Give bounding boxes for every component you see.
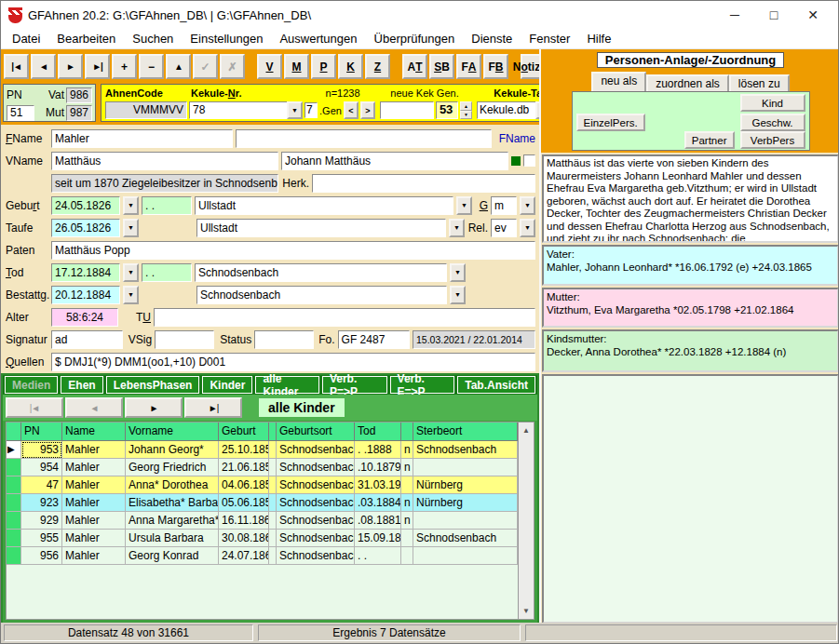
vname2-input[interactable]: Johann Matthäus	[281, 152, 508, 170]
mutter-panel[interactable]: Mutter: Vitzthum, Eva Margaretha *02.05.…	[542, 288, 839, 328]
menu-bearbeiten[interactable]: Bearbeiten	[48, 30, 124, 47]
bestattg-date-input[interactable]: 20.12.1884	[51, 286, 120, 304]
verbpers-button[interactable]: VerbPers	[740, 131, 805, 149]
tab-lebensphasen[interactable]: LebensPhasen	[106, 376, 200, 394]
tab-loesen-zu[interactable]: lösen zu	[729, 74, 790, 91]
dropdown-icon[interactable]	[520, 196, 535, 215]
tod-date-input[interactable]: 17.12.1884	[51, 263, 120, 282]
tab-ehen[interactable]: Ehen	[61, 376, 102, 394]
fo-input[interactable]: GF 2487	[338, 330, 410, 349]
geburt-alt-date[interactable]: . .	[142, 196, 192, 215]
table-row[interactable]: ▶ 953 Mahler Johann Georg* 25.10.1851 Sc…	[7, 441, 518, 459]
dropdown-icon[interactable]	[123, 286, 139, 304]
fname-input[interactable]: Mahler	[51, 129, 233, 148]
signatur-input[interactable]: ad	[51, 330, 123, 349]
tod-ort-input[interactable]: Schnodsenbach	[195, 263, 447, 282]
minimize-button[interactable]: ─	[715, 2, 754, 28]
view-p-button[interactable]: P	[311, 54, 336, 79]
biography-text[interactable]: Matthäus ist das vierte von sieben Kinde…	[542, 154, 839, 243]
vater-panel[interactable]: Vater: Mahler, Johann Leonhard* *16.06.1…	[542, 245, 839, 286]
next-gen-button[interactable]: >	[360, 101, 375, 119]
kek-gen-count[interactable]: 53	[436, 101, 458, 119]
menu-dienste[interactable]: Dienste	[463, 30, 521, 47]
vname-input[interactable]: Matthäus	[51, 152, 278, 170]
tab-alle-kinder[interactable]: alle Kinder	[255, 376, 319, 394]
view-m-button[interactable]: M	[284, 54, 309, 79]
geschlecht-value[interactable]: m	[491, 196, 517, 215]
vname-checkbox[interactable]	[523, 154, 535, 167]
tab-verb-ep[interactable]: Verb. E=>P	[390, 376, 455, 394]
kekule-nr-value[interactable]: 78	[189, 101, 287, 119]
table-row[interactable]: 956 Mahler Georg Konrad 24.07.1867 Schno…	[7, 547, 518, 565]
menu-hilfe[interactable]: Hilfe	[578, 30, 619, 47]
partner-button[interactable]: Partner	[684, 131, 735, 149]
table-row[interactable]: 923 Mahler Elisabetha* Barbara 05.06.185…	[7, 494, 518, 512]
dropdown-icon[interactable]	[456, 196, 472, 215]
pn-input[interactable]: 51	[7, 105, 34, 121]
geburt-date-input[interactable]: 24.05.1826	[51, 196, 120, 215]
geschw-button[interactable]: Geschw.	[740, 114, 805, 131]
dropdown-icon[interactable]	[449, 219, 465, 237]
einzelpers-button[interactable]: EinzelPers.	[576, 114, 645, 131]
kinder-last-button[interactable]: ►|	[184, 397, 242, 418]
vsig-input[interactable]	[155, 330, 214, 349]
next-record-button[interactable]: ►	[58, 54, 83, 79]
table-row[interactable]: 47 Mahler Anna* Dorothea 04.06.1856 Schn…	[7, 476, 518, 494]
view-v-button[interactable]: V	[257, 54, 282, 79]
taufe-date-input[interactable]: 26.05.1826	[51, 219, 120, 237]
dropdown-icon[interactable]	[450, 263, 466, 282]
dropdown-icon[interactable]	[123, 263, 139, 282]
herk-input[interactable]	[312, 174, 535, 193]
prev-record-button[interactable]: ◄	[31, 54, 56, 79]
menu-suchen[interactable]: Suchen	[124, 30, 182, 47]
dropdown-icon[interactable]	[520, 219, 535, 237]
rel-value[interactable]: ev	[491, 219, 517, 237]
kekule-tab-value[interactable]: Kekule.db	[477, 101, 535, 119]
dropdown-icon[interactable]	[450, 286, 466, 304]
scroll-down-icon[interactable]: ▼	[519, 603, 534, 619]
quellen-input[interactable]: $ DMJ1(*9) DMM1(oo1,+10) D001	[51, 353, 535, 371]
view-z-button[interactable]: Z	[365, 54, 390, 79]
fname2-input[interactable]	[236, 129, 492, 148]
tab-tab-ansicht[interactable]: Tab.Ansicht	[457, 376, 535, 394]
close-button[interactable]: ✕	[793, 2, 832, 28]
table-row[interactable]: 955 Mahler Ursula Barbara 30.08.1864 Sch…	[7, 530, 518, 547]
paten-input[interactable]: Matthäus Popp	[51, 241, 535, 260]
taufe-ort-input[interactable]: Ullstadt	[196, 219, 446, 237]
tab-kinder[interactable]: Kinder	[202, 376, 252, 394]
table-scrollbar[interactable]: ▲ ▼	[518, 423, 534, 619]
kinder-next-button[interactable]: ►	[125, 397, 183, 418]
view-k-button[interactable]: K	[338, 54, 363, 79]
table-row[interactable]: 954 Mahler Georg Friedrich 21.06.1854 Sc…	[7, 459, 518, 476]
sb-button[interactable]: SB	[429, 54, 454, 79]
delete-record-button[interactable]: −	[139, 54, 164, 79]
kindsmutter-panel[interactable]: Kindsmutter: Decker, Anna Dorothea* *22.…	[542, 329, 839, 372]
table-row[interactable]: 929 Mahler Anna Margaretha* 16.11.1861 S…	[7, 512, 518, 530]
menu-auswertungen[interactable]: Auswertungen	[271, 30, 365, 47]
dropdown-icon[interactable]	[287, 101, 303, 119]
tab-neu-als[interactable]: neu als	[591, 72, 646, 91]
neue-kek-gen-input[interactable]	[380, 101, 434, 119]
tab-zuordnen-als[interactable]: zuordnen als	[646, 74, 729, 91]
menu-datei[interactable]: Datei	[4, 30, 48, 47]
at-button[interactable]: AT	[402, 54, 427, 79]
tu-input[interactable]	[154, 308, 535, 327]
dropdown-icon[interactable]	[123, 196, 139, 215]
edit-record-button[interactable]: ▲	[166, 54, 191, 79]
last-record-button[interactable]: ►|	[85, 54, 110, 79]
bestattg-ort-input[interactable]: Schnodsenbach	[196, 286, 447, 304]
menu-einstellungen[interactable]: Einstellungen	[182, 30, 271, 47]
kind-button[interactable]: Kind	[740, 94, 805, 112]
prev-gen-button[interactable]: <	[344, 101, 359, 119]
geburt-ort-input[interactable]: Ullstadt	[195, 196, 453, 215]
menu-ueberpruefungen[interactable]: Überprüfungen	[366, 30, 464, 47]
tod-alt-date[interactable]: . .	[142, 263, 192, 282]
fb-button[interactable]: FB	[483, 54, 508, 79]
scroll-up-icon[interactable]: ▲	[519, 423, 534, 438]
fa-button[interactable]: FA	[456, 54, 481, 79]
dropdown-icon[interactable]	[123, 219, 139, 237]
menu-fenster[interactable]: Fenster	[521, 30, 578, 47]
first-record-button[interactable]: |◄	[4, 54, 29, 79]
gen-count-spinner[interactable]: ▲▼	[460, 101, 472, 119]
kekule-nr-combo[interactable]: 78	[189, 101, 303, 119]
